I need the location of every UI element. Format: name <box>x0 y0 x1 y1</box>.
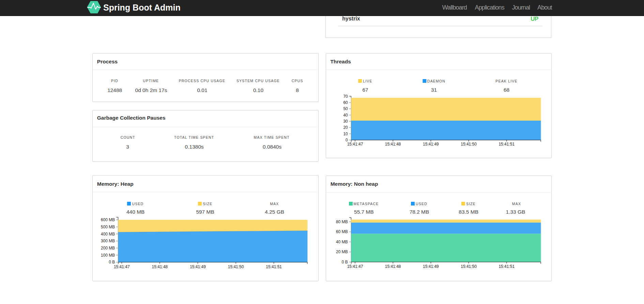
svg-text:70: 70 <box>343 94 348 99</box>
svg-text:15:41:47: 15:41:47 <box>347 264 363 269</box>
svg-text:15:41:51: 15:41:51 <box>266 264 282 269</box>
svg-text:15:41:51: 15:41:51 <box>499 264 515 269</box>
svg-text:600 MB: 600 MB <box>101 217 115 222</box>
svg-text:500 MB: 500 MB <box>101 225 115 229</box>
svg-text:15:41:49: 15:41:49 <box>423 142 439 147</box>
svg-text:20 MB: 20 MB <box>336 249 348 254</box>
svg-text:15:41:50: 15:41:50 <box>461 142 477 147</box>
svg-text:15:41:49: 15:41:49 <box>423 264 439 269</box>
svg-text:60 MB: 60 MB <box>336 229 348 234</box>
svg-text:15:41:50: 15:41:50 <box>461 264 477 269</box>
svg-text:10: 10 <box>343 132 348 136</box>
svg-text:300 MB: 300 MB <box>101 239 115 243</box>
svg-text:0 B: 0 B <box>342 260 348 264</box>
svg-text:40: 40 <box>343 113 348 118</box>
svg-text:0 B: 0 B <box>109 260 115 264</box>
svg-text:200 MB: 200 MB <box>101 246 115 250</box>
svg-text:15:41:51: 15:41:51 <box>499 142 515 147</box>
svg-text:30: 30 <box>343 119 348 124</box>
svg-text:15:41:48: 15:41:48 <box>152 264 168 269</box>
svg-text:15:41:47: 15:41:47 <box>347 142 363 147</box>
svg-text:15:41:48: 15:41:48 <box>385 264 401 269</box>
svg-text:40 MB: 40 MB <box>336 240 348 244</box>
svg-text:15:41:48: 15:41:48 <box>385 142 401 147</box>
svg-text:100 MB: 100 MB <box>101 253 115 258</box>
svg-text:80 MB: 80 MB <box>336 219 348 224</box>
svg-text:15:41:47: 15:41:47 <box>114 264 130 269</box>
svg-text:15:41:49: 15:41:49 <box>190 264 206 269</box>
svg-text:50: 50 <box>343 106 348 111</box>
svg-text:60: 60 <box>343 100 348 105</box>
svg-text:20: 20 <box>343 125 348 130</box>
svg-text:400 MB: 400 MB <box>101 232 115 237</box>
svg-text:15:41:50: 15:41:50 <box>228 264 244 269</box>
